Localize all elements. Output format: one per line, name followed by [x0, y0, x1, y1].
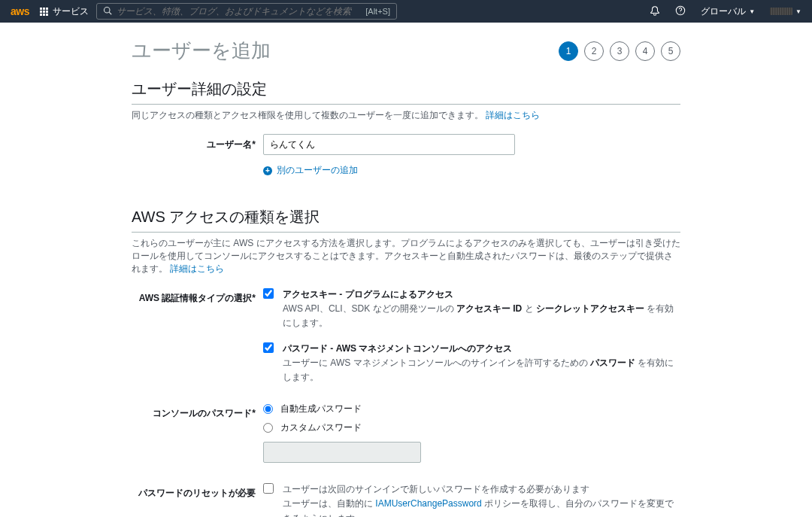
- custom-password-radio[interactable]: [263, 421, 273, 434]
- username-input[interactable]: [263, 134, 515, 155]
- step-3[interactable]: 3: [610, 41, 629, 61]
- auto-password-label: 自動生成パスワード: [280, 403, 362, 415]
- grid-icon: [40, 8, 48, 16]
- auto-password-radio[interactable]: [263, 403, 273, 415]
- username-label: ユーザー名*: [132, 134, 263, 177]
- services-menu[interactable]: サービス: [40, 5, 89, 18]
- services-label: サービス: [53, 5, 89, 18]
- wizard-steps: 1 2 3 4 5: [559, 41, 680, 61]
- plus-icon: +: [263, 166, 272, 175]
- svg-point-0: [104, 7, 110, 13]
- learn-more-link-2[interactable]: 詳細はこちら: [170, 263, 224, 274]
- custom-password-input: [263, 442, 421, 463]
- require-reset-checkbox[interactable]: [263, 483, 274, 494]
- iam-policy-link[interactable]: IAMUserChangePassword: [375, 498, 481, 509]
- user-details-desc: 同じアクセスの種類とアクセス権限を使用して複数のユーザーを一度に追加できます。 …: [132, 109, 680, 122]
- password-title: パスワード - AWS マネジメントコンソールへのアクセス: [283, 342, 680, 356]
- separator: [132, 232, 680, 233]
- access-key-title: アクセスキー - プログラムによるアクセス: [283, 287, 680, 302]
- help-icon[interactable]: [675, 5, 686, 18]
- region-selector[interactable]: グローバル ▼: [701, 5, 755, 18]
- reset-desc-1: ユーザーは次回のサインインで新しいパスワードを作成する必要があります: [283, 484, 589, 494]
- cred-type-label: AWS 認証情報タイプの選択*: [132, 287, 263, 395]
- access-type-desc: これらのユーザーが主に AWS にアクセスする方法を選択します。プログラムによる…: [132, 237, 680, 275]
- chevron-down-icon: ▼: [795, 8, 801, 15]
- add-another-user[interactable]: + 別のユーザーの追加: [263, 164, 680, 177]
- step-5[interactable]: 5: [661, 41, 680, 61]
- user-name-obscured: [770, 8, 792, 15]
- search-shortcut: [Alt+S]: [365, 7, 390, 16]
- search-box[interactable]: [Alt+S]: [96, 3, 397, 20]
- svg-line-1: [109, 12, 111, 14]
- search-input[interactable]: [117, 6, 365, 17]
- user-menu[interactable]: ▼: [770, 8, 801, 15]
- password-checkbox[interactable]: [263, 342, 274, 353]
- step-2[interactable]: 2: [584, 41, 604, 61]
- chevron-down-icon: ▼: [749, 8, 755, 15]
- access-type-heading: AWS アクセスの種類を選択: [132, 207, 680, 227]
- access-key-checkbox[interactable]: [263, 288, 274, 299]
- add-another-label: 別のユーザーの追加: [277, 164, 358, 177]
- region-label: グローバル: [701, 5, 746, 18]
- step-4[interactable]: 4: [635, 41, 655, 61]
- notifications-icon[interactable]: [650, 5, 660, 18]
- console-password-label: コンソールのパスワード*: [132, 403, 263, 463]
- user-details-heading: ユーザー詳細の設定: [132, 79, 680, 99]
- learn-more-link[interactable]: 詳細はこちら: [486, 110, 540, 120]
- aws-logo[interactable]: aws: [11, 5, 29, 17]
- step-1[interactable]: 1: [559, 41, 578, 61]
- search-icon: [103, 6, 112, 17]
- page-title: ユーザーを追加: [132, 38, 271, 64]
- require-reset-label: パスワードのリセットが必要: [132, 482, 263, 517]
- main-content: ユーザーを追加 1 2 3 4 5 ユーザー詳細の設定 同じアクセスの種類とアク…: [0, 23, 812, 517]
- app-header: aws サービス [Alt+S] グローバル ▼ ▼: [0, 0, 812, 23]
- separator: [132, 104, 680, 105]
- custom-password-label: カスタムパスワード: [280, 421, 362, 434]
